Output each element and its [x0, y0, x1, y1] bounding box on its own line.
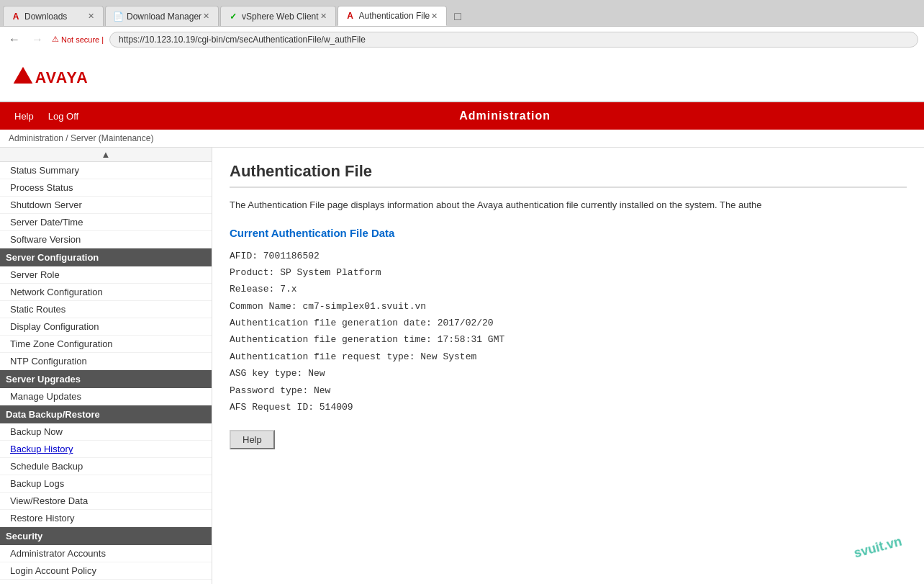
browser-chrome: A Downloads ✕ 📄 Download Manager ✕ ✓ vSp… [0, 0, 924, 52]
auth-data-line: Authentication file request type: New Sy… [230, 349, 907, 365]
sidebar-scroll-up[interactable]: ▲ [0, 148, 212, 162]
tab-label: vSphere Web Client [242, 12, 319, 22]
auth-data-line: AFID: 7001186502 [230, 248, 907, 264]
page-title: Authentication File [230, 162, 907, 188]
sidebar-item-static-routes[interactable]: Static Routes [0, 301, 212, 318]
help-button[interactable]: Help [230, 430, 275, 449]
tab-close-icon[interactable]: ✕ [201, 12, 211, 21]
sidebar-item-view/restore-data[interactable]: View/Restore Data [0, 493, 212, 510]
auth-data-line: AFS Request ID: 514009 [230, 399, 907, 415]
sidebar-content: Status SummaryProcess StatusShutdown Ser… [0, 162, 212, 584]
tab-icon: 📄 [113, 12, 123, 22]
sidebar-section-server-upgrades: Server Upgrades [0, 370, 212, 388]
sidebar-item-manage-updates[interactable]: Manage Updates [0, 388, 212, 405]
sidebar-item-ntp-configuration[interactable]: NTP Configuration [0, 353, 212, 370]
sidebar-item-time-zone-configuration[interactable]: Time Zone Configuration [0, 336, 212, 353]
tab-label: Authentication File [359, 11, 430, 21]
tab-icon: A [11, 12, 21, 22]
auth-data-line: Password type: New [230, 382, 907, 399]
sidebar-item-shutdown-server[interactable]: Shutdown Server [0, 197, 212, 214]
main-layout: ▲ Status SummaryProcess StatusShutdown S… [0, 148, 924, 584]
breadcrumb-text: Administration / Server (Maintenance) [9, 133, 153, 143]
breadcrumb: Administration / Server (Maintenance) [0, 130, 924, 148]
sidebar-item-status-summary[interactable]: Status Summary [0, 162, 212, 179]
menu-title: Administration [86, 109, 924, 122]
tab-icon: A [345, 11, 355, 21]
avaya-logo: AVAYA [9, 58, 95, 94]
tab-label: Downloads [24, 12, 67, 22]
forward-button[interactable]: → [29, 32, 46, 48]
menu-links: Help Log Off [0, 105, 86, 127]
sidebar-item-display-configuration[interactable]: Display Configuration [0, 318, 212, 336]
avaya-logo-svg: AVAYA [9, 58, 95, 94]
url-input[interactable]: https://10.123.10.19/cgi-bin/cm/secAuthe… [109, 32, 918, 48]
browser-tab-tab1[interactable]: A Downloads ✕ [3, 6, 104, 26]
page-description: The Authentication File page displays in… [230, 198, 907, 212]
new-tab-button[interactable]: □ [448, 7, 467, 26]
sidebar-item-login-account-policy[interactable]: Login Account Policy [0, 562, 212, 580]
tab-close-icon[interactable]: ✕ [430, 12, 439, 21]
sidebar-item-server-role[interactable]: Server Role [0, 266, 212, 284]
svg-text:AVAYA: AVAYA [35, 69, 89, 86]
auth-data-line: Common Name: cm7-simplex01.svuit.vn [230, 298, 907, 315]
tab-icon: ✓ [228, 12, 238, 22]
sidebar-item-change-password[interactable]: Change Password [0, 580, 212, 584]
menu-bar: Help Log Off Administration [0, 102, 924, 130]
logoff-link[interactable]: Log Off [41, 105, 86, 127]
sidebar-item-schedule-backup[interactable]: Schedule Backup [0, 458, 212, 475]
tab-label: Download Manager [127, 12, 201, 22]
sidebar: ▲ Status SummaryProcess StatusShutdown S… [0, 148, 212, 584]
auth-data-line: Product: SP System Platform [230, 264, 907, 281]
address-bar: ← → ⚠ Not secure | https://10.123.10.19/… [0, 26, 924, 52]
back-button[interactable]: ← [6, 32, 23, 48]
sidebar-item-server-date/time[interactable]: Server Date/Time [0, 214, 212, 231]
sidebar-item-backup-now[interactable]: Backup Now [0, 423, 212, 441]
content-area: Authentication File The Authentication F… [212, 148, 924, 584]
auth-data-line: Release: 7.x [230, 281, 907, 297]
auth-data-line: Authentication file generation date: 201… [230, 315, 907, 331]
tab-close-icon[interactable]: ✕ [319, 12, 328, 21]
sidebar-section-security: Security [0, 527, 212, 545]
avaya-header: AVAYA [0, 52, 924, 102]
security-text: Not secure [61, 35, 99, 44]
section-title: Current Authentication File Data [230, 227, 907, 239]
browser-tab-tab2[interactable]: 📄 Download Manager ✕ [105, 6, 219, 26]
sidebar-item-software-version[interactable]: Software Version [0, 231, 212, 248]
auth-data-line: ASG key type: New [230, 365, 907, 382]
sidebar-item-backup-history[interactable]: Backup History [0, 441, 212, 458]
auth-data-line: Authentication file generation time: 17:… [230, 331, 907, 348]
help-link[interactable]: Help [7, 105, 41, 127]
sidebar-item-process-status[interactable]: Process Status [0, 179, 212, 197]
warning-icon: ⚠ [52, 35, 59, 44]
sidebar-section-server-configuration: Server Configuration [0, 248, 212, 266]
svg-marker-0 [14, 67, 33, 84]
tab-close-icon[interactable]: ✕ [86, 12, 96, 21]
browser-tab-tab4[interactable]: A Authentication File ✕ [338, 6, 448, 26]
sidebar-item-restore-history[interactable]: Restore History [0, 510, 212, 527]
security-badge: ⚠ Not secure | [52, 35, 104, 44]
sidebar-item-administrator-accounts[interactable]: Administrator Accounts [0, 545, 212, 562]
auth-data-block: AFID: 7001186502Product: SP System Platf… [230, 248, 907, 416]
sidebar-section-data-backup/restore: Data Backup/Restore [0, 405, 212, 423]
sidebar-item-network-configuration[interactable]: Network Configuration [0, 284, 212, 301]
browser-tab-tab3[interactable]: ✓ vSphere Web Client ✕ [220, 6, 336, 26]
sidebar-item-backup-logs[interactable]: Backup Logs [0, 475, 212, 493]
tab-bar: A Downloads ✕ 📄 Download Manager ✕ ✓ vSp… [0, 0, 924, 26]
separator: | [101, 35, 104, 44]
